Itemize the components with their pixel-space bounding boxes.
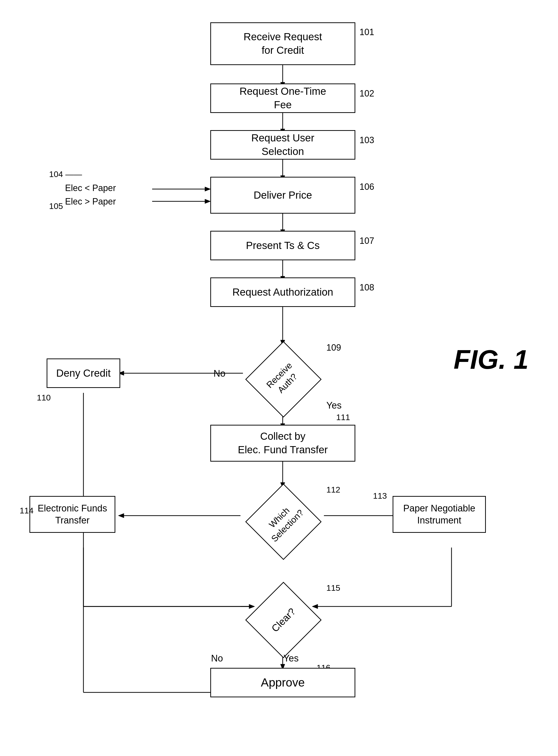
label-111-ref: 111 — [336, 413, 350, 422]
yes-auth-label: Yes — [326, 400, 341, 411]
receive-auth-diamond: ReceiveAuth? — [243, 339, 324, 420]
label-115: 115 — [326, 583, 340, 593]
label-106: 106 — [359, 182, 374, 192]
elec-lt-paper: Elec < Paper — [65, 183, 116, 193]
figure-label: FIG. 1 — [454, 344, 529, 375]
yes-clear-label: Yes — [283, 653, 299, 664]
flowchart-diagram: Receive Requestfor Credit 101 Request On… — [0, 0, 558, 756]
request-user-box: Request UserSelection — [210, 130, 355, 160]
which-selection-diamond: WhichSelection? — [243, 481, 324, 562]
svg-marker-23 — [118, 513, 124, 518]
label-113: 113 — [373, 491, 387, 501]
label-107: 107 — [359, 236, 374, 246]
label-114: 114 — [20, 506, 34, 515]
approve-box: Approve — [210, 668, 355, 697]
request-auth-box: Request Authorization — [210, 277, 355, 307]
svg-marker-7 — [205, 187, 210, 191]
no-auth-label: No — [213, 368, 226, 379]
clear-diamond: Clear? — [243, 580, 324, 660]
label-102: 102 — [359, 89, 374, 99]
request-fee-box: Request One-TimeFee — [210, 83, 355, 113]
label-109: 109 — [326, 343, 341, 353]
label-110: 110 — [37, 393, 51, 403]
label-104: 104 —— — [49, 169, 82, 179]
label-101: 101 — [359, 27, 374, 37]
collect-eft-box: Collect byElec. Fund Transfer — [210, 425, 355, 462]
present-ts-box: Present Ts & Cs — [210, 231, 355, 260]
label-108: 108 — [359, 283, 374, 293]
electronic-funds-box: Electronic FundsTransfer — [29, 496, 115, 533]
elec-gt-paper: Elec > Paper — [65, 196, 116, 207]
no-clear-label: No — [211, 653, 223, 664]
svg-marker-9 — [205, 199, 210, 203]
paper-negotiable-box: Paper NegotiableInstrument — [392, 496, 486, 533]
label-105: 105 — [49, 201, 63, 211]
label-103: 103 — [359, 135, 374, 145]
deny-credit-box: Deny Credit — [47, 359, 120, 388]
label-112: 112 — [326, 485, 340, 494]
deliver-price-box: Deliver Price — [210, 177, 355, 214]
receive-request-box: Receive Requestfor Credit — [210, 22, 355, 65]
